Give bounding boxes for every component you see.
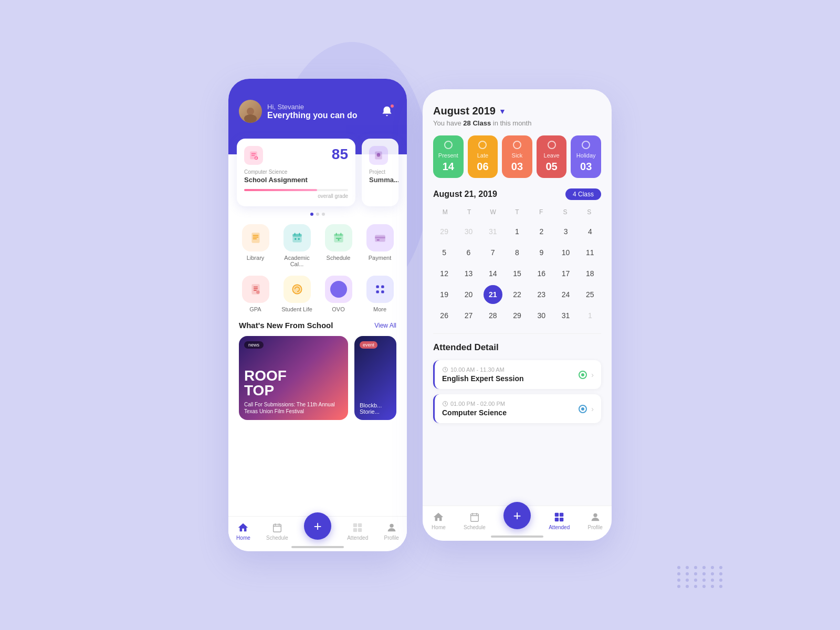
view-all-link[interactable]: View All [374,322,396,329]
cal-cell-6[interactable]: 6 [459,243,478,262]
bell-button[interactable] [377,102,396,121]
cal-cell-1[interactable]: 1 [508,222,527,241]
cal-cell-24[interactable]: 24 [556,285,575,304]
nav-profile[interactable]: Profile [384,522,398,541]
add-button[interactable]: + [304,512,331,540]
news-card-2[interactable]: event Blockb...Storie... [354,336,396,420]
cal-cell-5[interactable]: 5 [435,243,454,262]
svg-point-37 [390,524,393,528]
news-card-1[interactable]: news ROOFTOP Call For Submissions: The 1… [239,336,348,420]
cal-cell-20[interactable]: 20 [459,285,478,304]
news-sub-2: Blockb...Storie... [360,402,391,415]
cal-cell-15[interactable]: 15 [508,264,527,283]
cal-cell-7[interactable]: 7 [484,243,502,262]
cal-day-t2: T [505,206,529,218]
cal-cell-11[interactable]: 11 [581,243,600,262]
cal-cell-27[interactable]: 27 [459,306,478,325]
nav-home[interactable]: Home [236,522,250,541]
cal-cell-29b[interactable]: 29 [508,306,527,325]
cal-cell-30b[interactable]: 30 [532,306,551,325]
selected-date: August 21, 2019 [433,190,497,199]
class-count: 28 Class [463,119,491,127]
session-1-chevron: › [591,371,594,379]
nav-attended[interactable]: Attended [347,522,368,541]
cal-cell-16[interactable]: 16 [532,264,551,283]
attendance-stats: Present 14 Late 06 Sick 03 Leave 05 [433,135,601,178]
news-header: What's New From School View All [228,321,407,336]
stat-label-sick: Sick [512,152,523,159]
icon-gpa[interactable]: GPA [239,276,272,312]
cal-cell-23[interactable]: 23 [532,285,551,304]
cal-cell-30a[interactable]: 30 [459,222,478,241]
assignment-card-2[interactable]: Project Summa... [362,139,398,206]
cal-cell-26[interactable]: 26 [435,306,454,325]
svg-rect-42 [560,513,563,517]
cal-day-f: F [529,206,553,218]
p2-nav-attended[interactable]: Attended [549,511,570,530]
phone-calendar: August 2019 ▼ You have 28 Class in this … [423,89,612,541]
stat-value-holiday: 03 [580,161,592,173]
icon-schedule[interactable]: Schedule [322,224,355,267]
nav-label-schedule: Schedule [266,535,288,541]
cal-day-w: W [481,206,505,218]
icon-more[interactable]: More [363,276,396,312]
session-2[interactable]: 01.00 PM - 02.00 PM Computer Science › [433,394,601,423]
cal-cell-12[interactable]: 12 [435,264,454,283]
assignment-cards: A Computer Science School Assignment 85 … [228,139,407,206]
icon-label-ovo: OVO [332,306,344,312]
cal-cell-31b[interactable]: 31 [556,306,575,325]
p2-nav-label-profile: Profile [587,524,602,530]
card-grade-label-1: overall grade [244,193,348,199]
svg-rect-28 [376,285,379,288]
month-chevron-icon[interactable]: ▼ [499,107,506,116]
cal-cell-19[interactable]: 19 [435,285,454,304]
icon-ovo[interactable]: OVO [322,276,355,312]
cal-cell-31a[interactable]: 31 [484,222,502,241]
nav-label-attended: Attended [347,535,368,541]
cal-cell-21-today[interactable]: 21 [484,285,502,304]
p2-nav-profile[interactable]: Profile [587,511,602,530]
card-category-1: Computer Science [244,169,308,175]
cal-cell-4[interactable]: 4 [581,222,600,241]
svg-rect-34 [358,523,362,527]
icon-student-life[interactable]: Student Life [280,276,313,312]
cal-cell-29a[interactable]: 29 [435,222,454,241]
cal-cell-1b[interactable]: 1 [581,306,600,325]
stat-sick: Sick 03 [502,135,532,178]
icon-library[interactable]: Library [239,224,272,267]
assignment-card-1[interactable]: A Computer Science School Assignment 85 … [237,139,355,206]
nav-schedule[interactable]: Schedule [266,522,288,541]
session-1-dot [579,371,587,379]
cal-cell-18[interactable]: 18 [581,264,600,283]
greeting-subtitle: Everything you can do [267,111,358,120]
session-2-chevron: › [591,405,594,413]
svg-rect-36 [358,528,362,532]
cal-cell-10[interactable]: 10 [556,243,575,262]
cal-cell-2[interactable]: 2 [532,222,551,241]
p2-nav-home[interactable]: Home [432,511,446,530]
news-badge-2: event [360,341,377,349]
svg-rect-21 [375,235,385,242]
p2-add-button[interactable]: + [503,502,531,529]
cal-cell-8[interactable]: 8 [508,243,527,262]
cal-cell-3[interactable]: 3 [556,222,575,241]
cal-cell-28[interactable]: 28 [484,306,502,325]
cal-cell-13[interactable]: 13 [459,264,478,283]
icon-label-payment: Payment [369,255,391,261]
stat-value-present: 14 [443,161,454,173]
session-1[interactable]: 10.00 AM - 11.30 AM English Expert Sessi… [433,360,601,389]
icon-academic-cal[interactable]: Academic Cal... [280,224,313,267]
card-score-1: 85 [332,146,348,163]
icon-label-academic-cal: Academic Cal... [280,255,313,267]
svg-rect-29 [381,285,384,288]
cal-cell-25[interactable]: 25 [581,285,600,304]
card-category-2: Project [369,169,391,175]
news-title: What's New From School [239,321,333,330]
cal-cell-17[interactable]: 17 [556,264,575,283]
card-icon-2 [369,146,388,165]
cal-cell-22[interactable]: 22 [508,285,527,304]
cal-cell-14[interactable]: 14 [484,264,502,283]
cal-cell-9[interactable]: 9 [532,243,551,262]
icon-payment[interactable]: Payment [363,224,396,267]
p2-nav-schedule[interactable]: Schedule [464,511,486,530]
